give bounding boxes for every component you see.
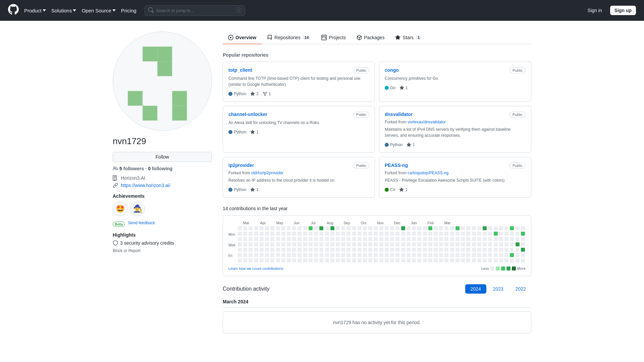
tab-packages[interactable]: Packages [351, 32, 390, 44]
sign-up-button[interactable]: Sign up [610, 6, 636, 15]
repo-visibility-ip2provider: Public [353, 163, 369, 169]
activity-section: Contribution activity 2024 2023 2022 Mar… [223, 284, 531, 334]
year-selector: 2024 2023 2022 [465, 284, 531, 294]
username: nvn1729 [113, 136, 212, 146]
stars-badge: 1 [416, 35, 422, 40]
product-nav-item[interactable]: Product [24, 8, 46, 13]
year-2024-button[interactable]: 2024 [465, 284, 486, 294]
repo-fork-dnsvalidator: Forked from vortexau/dnsvalidator [385, 120, 526, 124]
repo-visibility-congo: Public [509, 67, 526, 73]
open-source-nav-item[interactable]: Open Source [82, 8, 115, 13]
svg-rect-11 [143, 91, 157, 106]
tab-stars[interactable]: Stars 1 [390, 32, 427, 44]
achievements-heading: Achievements [113, 193, 212, 199]
year-2023-button[interactable]: 2023 [488, 284, 509, 294]
svg-rect-13 [172, 91, 187, 106]
learn-contributions-link[interactable]: Learn how we count contributions [228, 266, 283, 270]
security-advisory-highlight: 3 security advisory credits [113, 240, 212, 246]
repo-name-dnsvalidator[interactable]: dnsvalidator [385, 112, 413, 117]
repo-name-ip2provider[interactable]: ip2provider [228, 163, 254, 168]
svg-rect-2 [157, 47, 172, 61]
search-bar[interactable]: / [145, 5, 245, 16]
repo-card-peass-ng: PEASS-ng Public Forked from carlospolop/… [379, 157, 531, 198]
repo-desc-channel-unlocker: An Alexa skill for unlocking TV channels… [228, 120, 369, 126]
followers-info: 5 followers · 0 following [113, 166, 212, 171]
repo-card-dnsvalidator: dnsvalidator Public Forked from vortexau… [379, 106, 531, 153]
svg-rect-8 [157, 76, 172, 91]
website-meta: https://www.horizon3.ai/ [113, 183, 212, 188]
repositories-badge: 14 [303, 35, 311, 40]
svg-rect-17 [157, 106, 172, 121]
repo-name-congo[interactable]: congo [385, 67, 399, 73]
avatar [113, 32, 212, 131]
profile-tabs: Overview Repositories 14 Projects Packag… [223, 32, 531, 44]
svg-rect-14 [187, 91, 202, 106]
repo-desc-ip2provider: Resolves an IP address to the cloud prov… [228, 177, 369, 183]
beta-badge: Beta [113, 222, 125, 227]
send-feedback-link[interactable]: Send feedback [128, 221, 155, 225]
repo-visibility-totp-client: Public [353, 67, 369, 73]
repo-desc-peass-ng: PEASS - Privilege Escalation Awesome Scr… [385, 177, 526, 183]
graph-legend: Less More [481, 266, 526, 270]
org-meta: Horizon3.AI [113, 175, 212, 181]
tab-repositories[interactable]: Repositories 14 [262, 32, 316, 44]
beta-feedback: Beta Send feedback [113, 219, 212, 227]
repo-card-congo: congo Public Concurrency primitives for … [379, 62, 531, 102]
block-report-link[interactable]: Block or Report [113, 248, 212, 253]
period-title: March 2024 [223, 299, 531, 307]
popular-repos-heading: Popular repositories [223, 52, 531, 58]
svg-rect-10 [128, 91, 143, 106]
contribution-graph: Mar Apr May Jun Jul Aug Sep Oct Nov Dec … [223, 215, 531, 276]
svg-rect-5 [157, 61, 172, 76]
navbar: Product Solutions Open Source Pricing / … [0, 0, 644, 21]
repo-fork-ip2provider: Forked from oldrho/ip2provider [228, 171, 369, 175]
pricing-nav-item[interactable]: Pricing [121, 8, 137, 13]
search-input[interactable] [156, 8, 234, 13]
repos-grid: totp_client Public Command line TOTP (ti… [223, 62, 531, 198]
svg-rect-1 [143, 47, 157, 61]
achievement-badge-1: 🤩 [113, 201, 127, 216]
contrib-graph-title: 14 contributions in the last year [223, 206, 531, 211]
repo-name-totp-client[interactable]: totp_client [228, 67, 252, 73]
repo-fork-peass-ng: Forked from carlospolop/PEASS-ng [385, 171, 526, 175]
main-content: Overview Repositories 14 Projects Packag… [223, 32, 531, 334]
highlights-heading: Highlights [113, 232, 212, 238]
svg-rect-18 [172, 106, 187, 121]
svg-rect-15 [128, 106, 143, 121]
tab-projects[interactable]: Projects [316, 32, 351, 44]
repo-desc-congo: Concurrency primitives for Go [385, 75, 526, 81]
svg-rect-19 [187, 106, 202, 121]
repo-card-totp-client: totp_client Public Command line TOTP (ti… [223, 62, 375, 102]
follow-button[interactable]: Follow [113, 152, 212, 162]
activity-title: Contribution activity [223, 286, 270, 292]
search-icon [148, 7, 154, 14]
repo-name-channel-unlocker[interactable]: channel-unlocker [228, 112, 267, 117]
solutions-nav-item[interactable]: Solutions [51, 8, 76, 13]
no-activity-message: nvn1729 has no activity yet for this per… [223, 311, 531, 334]
svg-rect-7 [143, 76, 157, 91]
sign-in-link[interactable]: Sign in [585, 6, 605, 14]
website-link[interactable]: https://www.horizon3.ai/ [121, 183, 170, 188]
repo-card-channel-unlocker: channel-unlocker Public An Alexa skill f… [223, 106, 375, 153]
github-logo-icon[interactable] [8, 4, 19, 17]
repo-desc-totp-client: Command line TOTP (time-based OTP) clien… [228, 75, 369, 87]
achievement-badge-2: 🧙 [130, 201, 145, 216]
svg-rect-12 [157, 91, 172, 106]
repo-visibility-channel-unlocker: Public [353, 112, 369, 118]
repo-card-ip2provider: ip2provider Public Forked from oldrho/ip… [223, 157, 375, 198]
svg-rect-3 [172, 47, 187, 61]
tab-overview[interactable]: Overview [223, 32, 262, 44]
svg-rect-9 [172, 76, 187, 91]
repo-name-peass-ng[interactable]: PEASS-ng [385, 163, 408, 168]
year-2022-button[interactable]: 2022 [510, 284, 531, 294]
repo-desc-dnsvalidator: Maintains a list of IPv4 DNS servers by … [385, 126, 526, 138]
svg-rect-6 [172, 61, 187, 76]
achievements-list: 🤩 🧙 [113, 201, 212, 216]
repo-visibility-peass-ng: Public [509, 163, 526, 169]
svg-rect-16 [143, 106, 157, 121]
svg-rect-4 [143, 61, 157, 76]
repo-visibility-dnsvalidator: Public [509, 112, 526, 118]
kbd-slash: / [236, 8, 241, 13]
sidebar: nvn1729 Follow 5 followers · 0 following… [113, 32, 212, 334]
